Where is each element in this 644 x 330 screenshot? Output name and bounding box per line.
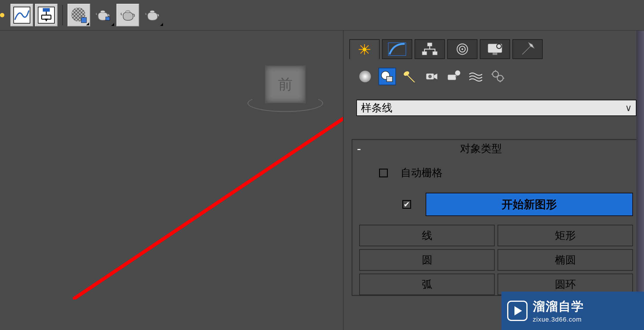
viewport[interactable]: 前 <box>0 31 341 330</box>
teapot-2-icon[interactable] <box>116 4 139 26</box>
toolbar-separator <box>62 5 63 25</box>
svg-rect-10 <box>81 17 86 23</box>
svg-point-35 <box>403 70 410 77</box>
rollout-collapse-indicator: - <box>357 142 361 156</box>
svg-rect-25 <box>433 51 437 55</box>
object-type-rollout: - 对象类型 自动栅格 ✔ 开始新图形 线 矩形 圆 椭圆 弧 圆环 <box>352 139 641 296</box>
main-toolbar <box>0 0 644 31</box>
svg-rect-3 <box>43 8 50 12</box>
tab-hierarchy[interactable] <box>415 39 445 59</box>
light-bulb-icon[interactable] <box>0 4 9 26</box>
tab-utilities[interactable] <box>512 39 543 59</box>
category-shapes[interactable] <box>378 68 396 85</box>
svg-rect-34 <box>387 76 392 82</box>
shape-ellipse-button[interactable]: 椭圆 <box>498 249 633 271</box>
rollout-header[interactable]: - 对象类型 <box>352 140 640 158</box>
watermark-title: 溜溜自学 <box>533 298 584 315</box>
category-cameras[interactable] <box>423 68 440 85</box>
viewcube-ring[interactable] <box>247 94 323 112</box>
command-panel-tabs <box>344 39 644 59</box>
svg-point-28 <box>461 48 463 50</box>
watermark: 溜溜自学 zixue.3d66.com <box>501 292 644 330</box>
shape-arc-button[interactable]: 弧 <box>359 274 495 295</box>
category-lights[interactable] <box>401 68 418 85</box>
viewcube[interactable]: 前 <box>247 65 323 118</box>
svg-rect-24 <box>422 51 427 55</box>
svg-rect-38 <box>448 75 456 80</box>
autogrid-label: 自动栅格 <box>401 166 443 180</box>
dropdown-selected-label: 样条线 <box>361 101 392 115</box>
category-systems[interactable] <box>489 68 507 85</box>
category-space-warps[interactable] <box>467 68 484 85</box>
chevron-down-icon: ∨ <box>625 102 632 113</box>
watermark-play-icon <box>507 301 528 321</box>
tab-display[interactable] <box>480 39 510 59</box>
svg-point-39 <box>455 70 460 76</box>
shape-button-grid: 线 矩形 圆 椭圆 弧 圆环 <box>359 225 634 295</box>
teapot-1-icon[interactable] <box>92 4 115 26</box>
category-geometry[interactable] <box>356 68 374 85</box>
create-category-row <box>344 59 644 85</box>
shape-circle-button[interactable]: 圆 <box>359 249 495 271</box>
svg-point-14 <box>150 10 155 13</box>
start-new-shape-checkbox[interactable]: ✔ <box>402 200 411 209</box>
schematic-view-icon[interactable] <box>35 4 58 26</box>
svg-rect-30 <box>493 53 497 55</box>
tab-motion[interactable] <box>447 39 477 59</box>
svg-point-13 <box>125 10 130 13</box>
shape-line-button[interactable]: 线 <box>359 225 495 246</box>
curve-editor-icon[interactable] <box>10 4 33 26</box>
svg-point-32 <box>359 71 371 82</box>
autogrid-checkbox[interactable] <box>379 169 388 177</box>
svg-point-37 <box>428 75 432 78</box>
svg-point-21 <box>363 48 366 51</box>
svg-point-41 <box>497 75 503 81</box>
svg-point-0 <box>0 13 4 17</box>
command-panel: 样条线 ∨ - 对象类型 自动栅格 ✔ 开始新图形 线 矩形 圆 椭圆 弧 圆环 <box>343 31 644 330</box>
material-editor-icon[interactable] <box>68 4 90 26</box>
teapot-3-icon[interactable] <box>141 4 164 26</box>
right-edge-strip <box>636 31 644 330</box>
tab-create[interactable] <box>349 39 380 59</box>
category-helpers[interactable] <box>445 68 462 85</box>
start-new-shape-button[interactable]: 开始新图形 <box>426 193 633 216</box>
shape-type-dropdown[interactable]: 样条线 ∨ <box>356 100 636 116</box>
watermark-url: zixue.3d66.com <box>533 316 584 323</box>
svg-rect-23 <box>427 43 432 46</box>
tab-modify[interactable] <box>382 39 412 59</box>
shape-rectangle-button[interactable]: 矩形 <box>498 225 633 246</box>
svg-point-11 <box>100 10 105 13</box>
svg-rect-12 <box>106 17 110 20</box>
rollout-title: 对象类型 <box>460 142 502 156</box>
